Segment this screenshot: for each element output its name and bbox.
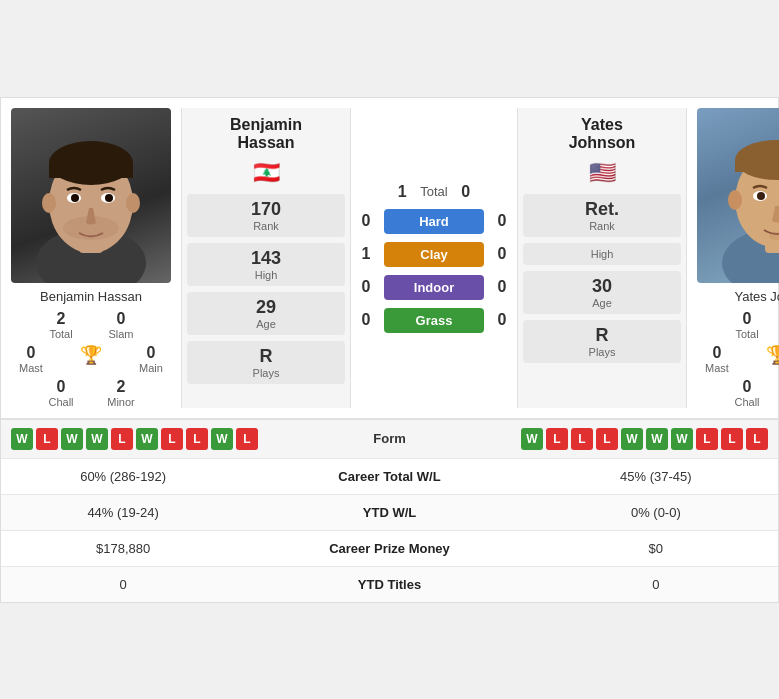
- form-badge-right: L: [571, 428, 593, 450]
- trophy-right: 🏆: [757, 344, 779, 374]
- stats-row: $178,880 Career Prize Money $0: [1, 530, 778, 566]
- stat-row-total-slam-right: 0 Total 0 Slam: [687, 310, 779, 340]
- player-right-name: Yates Johnson: [734, 289, 779, 304]
- surface-indoor-badge: Indoor: [384, 275, 484, 300]
- plays-left: R Plays: [187, 341, 345, 384]
- stat-total-left: 2 Total: [41, 310, 81, 340]
- player-right-stats: 0 Total 0 Slam 0 Mast 🏆: [687, 310, 779, 408]
- stat-slam-left: 0 Slam: [101, 310, 141, 340]
- player-right-name-center: Yates Johnson: [569, 116, 636, 152]
- svg-rect-4: [49, 163, 133, 178]
- surface-grass-row: 0 Grass 0: [356, 308, 512, 333]
- surface-clay-row: 1 Clay 0: [356, 242, 512, 267]
- form-badge-right: W: [621, 428, 643, 450]
- stat-minor-left: 2 Minor: [101, 378, 141, 408]
- stats-row: 60% (286-192) Career Total W/L 45% (37-4…: [1, 458, 778, 494]
- high-rank-right: High: [523, 243, 681, 265]
- form-badge-right: L: [546, 428, 568, 450]
- form-badge-left: W: [11, 428, 33, 450]
- scores-panel: 1 Total 0 0 Hard 0 1 Clay 0 0 Indoor 0 0: [351, 108, 517, 408]
- form-badge-left: L: [236, 428, 258, 450]
- high-rank-left: 143 High: [187, 243, 345, 286]
- form-badge-left: L: [36, 428, 58, 450]
- stat-row-label: Career Prize Money: [245, 531, 533, 566]
- stat-chall-right: 0 Chall: [727, 378, 767, 408]
- stat-row-mast-main: 0 Mast 🏆 0 Main: [1, 344, 181, 374]
- main-container: Benjamin Hassan 2 Total 0 Slam 0 Mast: [0, 97, 779, 603]
- stats-row: 44% (19-24) YTD W/L 0% (0-0): [1, 494, 778, 530]
- stats-table: 60% (286-192) Career Total W/L 45% (37-4…: [1, 458, 778, 602]
- stat-total-right: 0 Total: [727, 310, 767, 340]
- form-badge-left: L: [186, 428, 208, 450]
- top-section: Benjamin Hassan 2 Total 0 Slam 0 Mast: [1, 98, 778, 418]
- player-left-name: Benjamin Hassan: [40, 289, 142, 304]
- form-badge-right: L: [596, 428, 618, 450]
- form-badge-left: W: [211, 428, 233, 450]
- stat-left-value: 44% (19-24): [1, 495, 245, 530]
- form-label: Form: [330, 431, 450, 446]
- player-left-photo: [11, 108, 171, 283]
- form-badge-right: L: [746, 428, 768, 450]
- rank-left: 170 Rank: [187, 194, 345, 237]
- surface-hard-badge: Hard: [384, 209, 484, 234]
- form-badge-left: W: [61, 428, 83, 450]
- stat-row-total-slam: 2 Total 0 Slam: [1, 310, 181, 340]
- surface-indoor-row: 0 Indoor 0: [356, 275, 512, 300]
- svg-point-21: [728, 190, 742, 210]
- stat-right-value: 0% (0-0): [534, 495, 778, 530]
- svg-point-19: [757, 192, 765, 200]
- stat-row-label: YTD Titles: [245, 567, 533, 602]
- svg-rect-16: [735, 160, 779, 172]
- svg-point-8: [105, 194, 113, 202]
- rank-right: Ret. Rank: [523, 194, 681, 237]
- age-right: 30 Age: [523, 271, 681, 314]
- center-panel-left: Benjamin Hassan 🇱🇧 170 Rank 143 High 29 …: [181, 108, 351, 408]
- stat-row-chall-minor-right: 0 Chall 0 Minor: [687, 378, 779, 408]
- form-badges-right: WLLLWWWLLL: [456, 428, 769, 450]
- form-section: WLWWLWLLWL Form WLLLWWWLLL: [1, 418, 778, 458]
- form-badge-left: L: [111, 428, 133, 450]
- stat-mast-right: 0 Mast: [697, 344, 737, 374]
- form-badge-right: W: [671, 428, 693, 450]
- plays-right: R Plays: [523, 320, 681, 363]
- stat-row-label: Career Total W/L: [245, 459, 533, 494]
- form-badge-left: W: [86, 428, 108, 450]
- svg-point-7: [71, 194, 79, 202]
- player-right: Yates Johnson 0 Total 0 Slam 0 Mast: [687, 108, 779, 408]
- form-badge-right: W: [646, 428, 668, 450]
- trophy-left: 🏆: [71, 344, 111, 374]
- stat-left-value: 0: [1, 567, 245, 602]
- form-badge-right: L: [721, 428, 743, 450]
- flag-right: 🇺🇸: [589, 160, 616, 186]
- stat-main-left: 0 Main: [131, 344, 171, 374]
- form-badge-left: L: [161, 428, 183, 450]
- stat-left-value: 60% (286-192): [1, 459, 245, 494]
- flag-left: 🇱🇧: [253, 160, 280, 186]
- surface-clay-badge: Clay: [384, 242, 484, 267]
- form-badge-right: W: [521, 428, 543, 450]
- form-badge-left: W: [136, 428, 158, 450]
- player-left-name-center: Benjamin Hassan: [230, 116, 302, 152]
- form-badges-left: WLWWLWLLWL: [11, 428, 324, 450]
- stat-right-value: $0: [534, 531, 778, 566]
- surface-grass-badge: Grass: [384, 308, 484, 333]
- svg-point-11: [63, 216, 119, 240]
- stat-mast-left: 0 Mast: [11, 344, 51, 374]
- stat-right-value: 0: [534, 567, 778, 602]
- age-left: 29 Age: [187, 292, 345, 335]
- svg-point-10: [126, 193, 140, 213]
- surface-hard-row: 0 Hard 0: [356, 209, 512, 234]
- stat-row-label: YTD W/L: [245, 495, 533, 530]
- player-right-photo: [697, 108, 779, 283]
- stat-row-mast-main-right: 0 Mast 🏆 0 Main: [687, 344, 779, 374]
- player-left: Benjamin Hassan 2 Total 0 Slam 0 Mast: [1, 108, 181, 408]
- form-badge-right: L: [696, 428, 718, 450]
- stat-left-value: $178,880: [1, 531, 245, 566]
- stat-chall-left: 0 Chall: [41, 378, 81, 408]
- stat-row-chall-minor: 0 Chall 2 Minor: [1, 378, 181, 408]
- stat-right-value: 45% (37-45): [534, 459, 778, 494]
- stats-row: 0 YTD Titles 0: [1, 566, 778, 602]
- center-panel-right: Yates Johnson 🇺🇸 Ret. Rank High 30 Age R…: [517, 108, 687, 408]
- svg-point-9: [42, 193, 56, 213]
- total-score-row: 1 Total 0: [356, 183, 512, 201]
